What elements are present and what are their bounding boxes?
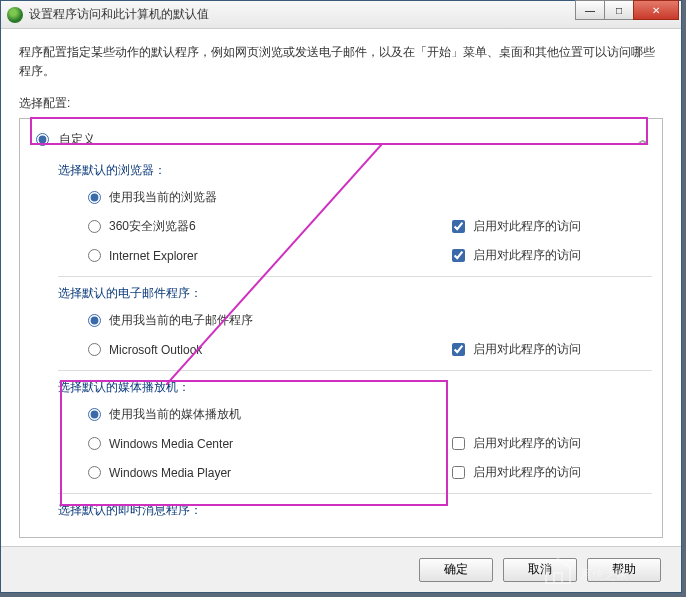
window-title: 设置程序访问和此计算机的默认值 — [29, 6, 209, 23]
media-current-radio[interactable] — [88, 408, 101, 421]
media-current-label: 使用我当前的媒体播放机 — [109, 406, 241, 423]
section-media-title[interactable]: 选择默认的媒体播放机： — [32, 371, 652, 400]
browser-opt2-label: Internet Explorer — [109, 249, 198, 263]
section-browser-title[interactable]: 选择默认的浏览器： — [32, 154, 652, 183]
media-current-row: 使用我当前的媒体播放机 — [32, 400, 652, 429]
browser-opt1-label: 360安全浏览器6 — [109, 218, 196, 235]
titlebar: 设置程序访问和此计算机的默认值 — □ ✕ — [1, 1, 681, 29]
browser-opt2-access-checkbox[interactable] — [452, 249, 465, 262]
window-controls: — □ ✕ — [576, 0, 679, 20]
dialog-window: 设置程序访问和此计算机的默认值 — □ ✕ 程序配置指定某些动作的默认程序，例如… — [0, 0, 682, 593]
svg-text:系统之家: 系统之家 — [580, 568, 628, 582]
media-opt1-access-label: 启用对此程序的访问 — [473, 435, 581, 452]
browser-opt2-radio[interactable] — [88, 249, 101, 262]
media-opt2-access-label: 启用对此程序的访问 — [473, 464, 581, 481]
email-current-row: 使用我当前的电子邮件程序 — [32, 306, 652, 335]
media-opt2-label: Windows Media Player — [109, 466, 231, 480]
email-current-label: 使用我当前的电子邮件程序 — [109, 312, 253, 329]
browser-current-row: 使用我当前的浏览器 — [32, 183, 652, 212]
browser-opt2-row: Internet Explorer 启用对此程序的访问 — [32, 241, 652, 270]
choose-config-label: 选择配置: — [19, 95, 663, 112]
browser-current-radio[interactable] — [88, 191, 101, 204]
custom-label: 自定义 — [59, 131, 95, 148]
custom-radio[interactable] — [36, 133, 49, 146]
media-opt2-radio[interactable] — [88, 466, 101, 479]
media-opt1-row: Windows Media Center 启用对此程序的访问 — [32, 429, 652, 458]
email-opt1-row: Microsoft Outlook 启用对此程序的访问 — [32, 335, 652, 364]
browser-opt1-access-checkbox[interactable] — [452, 220, 465, 233]
browser-current-label: 使用我当前的浏览器 — [109, 189, 217, 206]
description-text: 程序配置指定某些动作的默认程序，例如网页浏览或发送电子邮件，以及在「开始」菜单、… — [19, 43, 663, 81]
section-email-title[interactable]: 选择默认的电子邮件程序： — [32, 277, 652, 306]
media-opt1-access-checkbox[interactable] — [452, 437, 465, 450]
watermark-icon: 系统之家 — [540, 555, 680, 591]
dialog-content: 程序配置指定某些动作的默认程序，例如网页浏览或发送电子邮件，以及在「开始」菜单、… — [1, 29, 681, 592]
media-opt2-row: Windows Media Player 启用对此程序的访问 — [32, 458, 652, 487]
email-opt1-access-label: 启用对此程序的访问 — [473, 341, 581, 358]
browser-opt2-access-label: 启用对此程序的访问 — [473, 247, 581, 264]
section-im-title[interactable]: 选择默认的即时消息程序： — [32, 494, 652, 523]
ok-button[interactable]: 确定 — [419, 558, 493, 582]
email-current-radio[interactable] — [88, 314, 101, 327]
browser-opt1-access-label: 启用对此程序的访问 — [473, 218, 581, 235]
email-opt1-label: Microsoft Outlook — [109, 343, 202, 357]
browser-opt1-row: 360安全浏览器6 启用对此程序的访问 — [32, 212, 652, 241]
email-opt1-radio[interactable] — [88, 343, 101, 356]
custom-header[interactable]: 自定义 ︽ — [32, 125, 652, 154]
email-opt1-access-checkbox[interactable] — [452, 343, 465, 356]
close-button[interactable]: ✕ — [633, 0, 679, 20]
collapse-icon[interactable]: ︽ — [638, 133, 648, 147]
svg-rect-1 — [554, 573, 562, 583]
app-icon — [7, 7, 23, 23]
media-opt1-label: Windows Media Center — [109, 437, 233, 451]
maximize-button[interactable]: □ — [604, 0, 634, 20]
media-opt1-radio[interactable] — [88, 437, 101, 450]
media-opt2-access-checkbox[interactable] — [452, 466, 465, 479]
config-list[interactable]: 自定义 ︽ 选择默认的浏览器： 使用我当前的浏览器 360安全浏览器6 启用对此… — [19, 118, 663, 538]
browser-opt1-radio[interactable] — [88, 220, 101, 233]
minimize-button[interactable]: — — [575, 0, 605, 20]
